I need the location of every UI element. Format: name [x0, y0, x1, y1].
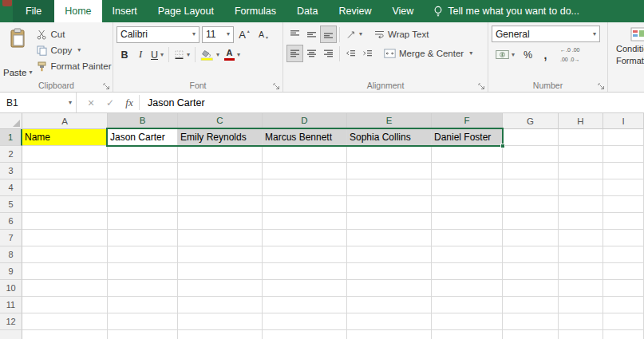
cell-F3[interactable]	[432, 163, 503, 179]
borders-button[interactable]: ▾	[172, 46, 192, 63]
cell-E2[interactable]	[347, 146, 432, 163]
cell-C9[interactable]	[178, 263, 263, 280]
number-dialog-launcher[interactable]	[598, 83, 605, 90]
cell-I1[interactable]	[603, 129, 644, 146]
cell-I13[interactable]	[603, 330, 644, 339]
cell-H7[interactable]	[559, 230, 603, 246]
cell-E5[interactable]	[347, 196, 432, 213]
cell-D8[interactable]	[263, 246, 347, 263]
cell-C5[interactable]	[178, 196, 263, 213]
cell-F13[interactable]	[432, 330, 503, 339]
merge-center-button[interactable]: Merge & Center ▾	[381, 45, 476, 62]
conditional-formatting-button[interactable]: Conditional Formatting	[611, 26, 642, 67]
cell-I7[interactable]	[603, 230, 644, 246]
accounting-format-button[interactable]: ▾	[492, 46, 519, 64]
tab-review[interactable]: Review	[328, 0, 381, 22]
cell-A13[interactable]	[22, 330, 108, 339]
cell-C7[interactable]	[178, 230, 263, 246]
column-header-I[interactable]: I	[603, 113, 644, 129]
cell-C8[interactable]	[178, 246, 263, 263]
format-painter-button[interactable]: Format Painter	[35, 59, 113, 73]
cell-G1[interactable]	[503, 129, 559, 146]
tab-page-layout[interactable]: Page Layout	[148, 0, 224, 22]
cell-G7[interactable]	[503, 230, 559, 246]
clipboard-dialog-launcher[interactable]	[103, 83, 110, 90]
bold-button[interactable]: B	[117, 46, 132, 63]
cell-C12[interactable]	[178, 313, 263, 330]
cell-B12[interactable]	[108, 313, 178, 330]
cell-C11[interactable]	[178, 297, 263, 313]
cell-B9[interactable]	[108, 263, 178, 280]
cell-F4[interactable]	[432, 179, 503, 196]
cell-D12[interactable]	[263, 313, 347, 330]
cell-I5[interactable]	[603, 196, 644, 213]
cell-H3[interactable]	[559, 163, 603, 179]
row-header-5[interactable]: 5	[0, 196, 22, 213]
name-box-dropdown-icon[interactable]: ▾	[69, 100, 72, 106]
cell-E8[interactable]	[347, 246, 432, 263]
wrap-text-button[interactable]: Wrap Text	[371, 26, 432, 43]
cell-D3[interactable]	[263, 163, 347, 179]
cell-B7[interactable]	[108, 230, 178, 246]
cell-A12[interactable]	[22, 313, 108, 330]
cell-I10[interactable]	[603, 280, 644, 297]
cell-D2[interactable]	[263, 146, 347, 163]
cell-A6[interactable]	[22, 213, 108, 230]
fill-handle[interactable]	[500, 144, 505, 148]
cell-I4[interactable]	[603, 179, 644, 196]
column-header-B[interactable]: B	[108, 113, 178, 129]
cell-F12[interactable]	[432, 313, 503, 330]
cell-I12[interactable]	[603, 313, 644, 330]
row-header-2[interactable]: 2	[0, 146, 22, 163]
cell-A1[interactable]: Name	[22, 129, 108, 146]
decrease-decimal-button[interactable]: .00 .0→	[558, 55, 583, 64]
cell-B8[interactable]	[108, 246, 178, 263]
cell-A8[interactable]	[22, 246, 108, 263]
tab-file[interactable]: File	[13, 0, 54, 22]
cell-A3[interactable]	[22, 163, 108, 179]
cell-D13[interactable]	[263, 330, 347, 339]
cell-B1[interactable]: Jason Carter	[108, 129, 178, 146]
cell-D9[interactable]	[263, 263, 347, 280]
tab-home[interactable]: Home	[54, 0, 101, 22]
cell-I6[interactable]	[603, 213, 644, 230]
cell-E6[interactable]	[347, 213, 432, 230]
cell-G3[interactable]	[503, 163, 559, 179]
column-header-A[interactable]: A	[22, 113, 108, 129]
cell-E11[interactable]	[347, 297, 432, 313]
font-color-button[interactable]: A ▾	[222, 46, 243, 63]
cell-H1[interactable]	[559, 129, 603, 146]
cell-C6[interactable]	[178, 213, 263, 230]
font-name-select[interactable]: Calibri ▾	[117, 26, 200, 43]
increase-font-size-button[interactable]: A▲	[236, 26, 253, 43]
cell-D4[interactable]	[263, 179, 347, 196]
column-header-C[interactable]: C	[178, 113, 263, 129]
cell-I11[interactable]	[603, 297, 644, 313]
tell-me-box[interactable]: Tell me what you want to do...	[433, 0, 579, 22]
cell-H8[interactable]	[559, 246, 603, 263]
cell-G13[interactable]	[503, 330, 559, 339]
cell-B10[interactable]	[108, 280, 178, 297]
cell-E13[interactable]	[347, 330, 432, 339]
cell-C13[interactable]	[178, 330, 263, 339]
cell-E10[interactable]	[347, 280, 432, 297]
row-header-9[interactable]: 9	[0, 263, 22, 280]
column-header-G[interactable]: G	[503, 113, 559, 129]
cell-E4[interactable]	[347, 179, 432, 196]
cell-H2[interactable]	[559, 146, 603, 163]
cell-F11[interactable]	[432, 297, 503, 313]
font-size-select[interactable]: 11 ▾	[202, 26, 234, 43]
row-header-12[interactable]: 12	[0, 313, 22, 330]
italic-button[interactable]: I	[132, 46, 148, 63]
cell-C1[interactable]: Emily Reynolds	[178, 129, 263, 146]
cell-F6[interactable]	[432, 213, 503, 230]
cell-A7[interactable]	[22, 230, 108, 246]
name-box[interactable]: B1 ▾	[0, 93, 77, 112]
cut-button[interactable]: Cut	[35, 27, 113, 41]
cell-D6[interactable]	[263, 213, 347, 230]
cell-E3[interactable]	[347, 163, 432, 179]
cell-F5[interactable]	[432, 196, 503, 213]
cell-A9[interactable]	[22, 263, 108, 280]
bottom-align-button[interactable]	[320, 26, 337, 43]
row-header-6[interactable]: 6	[0, 213, 22, 230]
